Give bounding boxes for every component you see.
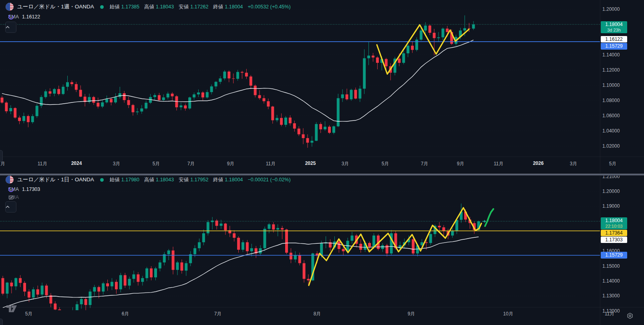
weekly-time-tick-label: 11月: [38, 160, 47, 167]
market-status-dot-icon[interactable]: [100, 178, 104, 182]
weekly-chart-canvas[interactable]: [0, 0, 600, 156]
sma-loading-icon: [8, 187, 14, 193]
weekly-price-tick-label: 1.08000: [602, 98, 620, 103]
weekly-price-tick-label: 1.14000: [602, 52, 620, 58]
daily-price-tick-label: 1.14000: [602, 278, 620, 284]
high-label: 高値: [144, 177, 154, 183]
daily-time-tick-label: 6月: [122, 311, 129, 317]
eurusd-flag-icon: [6, 176, 14, 184]
daily-time-tick-label: 10月: [503, 311, 513, 317]
low-value: 1.17262: [190, 4, 208, 10]
weekly-sma-price-tag: 1.16122: [601, 36, 627, 42]
daily-sma-value: 1.17303: [22, 187, 40, 192]
low-value: 1.17952: [190, 177, 208, 183]
daily-collapse-legend-button[interactable]: [5, 201, 16, 213]
sma-loading-icon: [8, 14, 14, 20]
weekly-price-tick-label: 1.06000: [602, 113, 620, 118]
weekly-bar-countdown: 3d 23h: [601, 28, 627, 33]
weekly-time-tick-label: 3月: [570, 160, 578, 167]
weekly-time-tick-label: 5月: [609, 160, 617, 167]
change-value: −0.00021 (−0.02%): [248, 177, 291, 183]
daily-last-price-tag: 1.18004 22:10:03: [601, 217, 627, 229]
zigzag-drawing[interactable]: [309, 208, 481, 285]
weekly-last-price: 1.18004: [601, 22, 627, 28]
daily-time-tick-label: 11月: [605, 311, 614, 317]
daily-hline-price-tag: 1.17364: [601, 230, 627, 236]
daily-price-tick-label: 1.19000: [602, 203, 620, 209]
price-axis-border: [600, 0, 600, 325]
candlestick-series: [2, 204, 480, 310]
daily-last-price: 1.18004: [601, 218, 627, 224]
market-status-dot-icon[interactable]: [100, 5, 104, 9]
open-value: 1.17385: [121, 4, 139, 10]
price-line-arrow-icon: [483, 220, 485, 223]
weekly-price-tick-label: 1.12000: [602, 67, 620, 73]
daily-time-tick-label: 5月: [25, 311, 33, 317]
drawing-toolbar-collapsed-tab[interactable]: [0, 150, 3, 162]
weekly-price-tick-label: 1.10000: [602, 82, 620, 88]
weekly-time-tick-label: 2025: [305, 160, 316, 166]
eye-slash-icon[interactable]: [8, 194, 15, 201]
drawing-toolbar-collapsed-tab[interactable]: [0, 319, 3, 325]
weekly-time-tick-label: 5月: [153, 160, 160, 167]
close-label: 終値: [213, 177, 223, 183]
close-value: 1.18004: [225, 177, 243, 183]
weekly-symbol-legend[interactable]: ユーロ／米ドル・1週・OANDA 始値 1.17385 高値 1.18043 安…: [6, 2, 294, 11]
weekly-time-tick-label: 2026: [533, 160, 544, 166]
daily-sma-price-tag: 1.17303: [601, 237, 627, 243]
close-value: 1.18004: [225, 4, 243, 10]
daily-time-axis-border: [0, 307, 644, 307]
weekly-time-tick-label: 11月: [494, 160, 503, 167]
weekly-last-price-tag: 1.18004 3d 23h: [601, 21, 627, 33]
chevron-up-icon: [6, 206, 10, 208]
open-label: 始値: [110, 4, 120, 10]
weekly-time-tick-label: 3月: [342, 160, 349, 167]
change-value: +0.00532 (+0.45%): [248, 4, 291, 10]
daily-sma-legend-row[interactable]: SMA 1.17303: [8, 186, 40, 193]
tradingview-logo[interactable]: [6, 303, 18, 313]
weekly-price-tick-label: 1.20000: [602, 6, 620, 12]
daily-ohlc-values: 始値 1.17980 高値 1.18043 安値 1.17952 終値 1.18…: [110, 177, 294, 183]
weekly-time-tick-label: 3月: [113, 160, 121, 167]
eurusd-flag-icon: [6, 3, 14, 11]
weekly-time-tick-label: 9月: [227, 160, 235, 167]
weekly-time-tick-label: 11月: [266, 160, 276, 167]
gear-icon[interactable]: [627, 313, 633, 319]
weekly-time-axis-border: [0, 156, 644, 157]
open-value: 1.17980: [121, 177, 139, 183]
candlestick-series: [1, 15, 475, 148]
weekly-sma-legend-row[interactable]: SMA 1.16122: [8, 13, 40, 20]
daily-price-tick-label: 1.20000: [602, 189, 620, 194]
chart-window: ユーロ／米ドル・1週・OANDA 始値 1.17385 高値 1.18043 安…: [0, 0, 644, 325]
weekly-time-tick-label: 7月: [187, 160, 195, 167]
weekly-price-tick-label: 1.02000: [602, 143, 620, 149]
high-value: 1.18043: [156, 177, 174, 183]
freehand-curve-drawing[interactable]: [485, 209, 493, 226]
high-value: 1.18043: [156, 4, 174, 10]
weekly-time-tick-label: 7月: [421, 160, 429, 167]
daily-price-tick-label: 1.15000: [602, 263, 620, 269]
daily-time-tick-label: 8月: [314, 311, 321, 317]
low-label: 安値: [179, 177, 189, 183]
chevron-up-icon: [6, 26, 10, 28]
open-label: 始値: [110, 177, 120, 183]
weekly-time-tick-label: 5月: [382, 160, 389, 167]
daily-time-tick-label: 7月: [214, 311, 222, 317]
daily-alert-level-tag: 1.15729: [601, 252, 627, 259]
weekly-symbol-title[interactable]: ユーロ／米ドル・1週・OANDA: [17, 3, 94, 10]
daily-time-tick-label: 9月: [408, 311, 415, 317]
weekly-time-tick-label: 9月: [457, 160, 465, 167]
sma-line[interactable]: [3, 237, 479, 308]
daily-symbol-title[interactable]: ユーロ／米ドル・1日・OANDA: [17, 176, 94, 183]
close-label: 終値: [213, 4, 223, 10]
high-label: 高値: [144, 4, 154, 10]
daily-symbol-legend[interactable]: ユーロ／米ドル・1日・OANDA 始値 1.17980 高値 1.18043 安…: [6, 175, 294, 184]
daily-chart-canvas[interactable]: [0, 174, 600, 310]
weekly-time-tick-label: 2024: [71, 160, 82, 166]
weekly-alert-level-tag: 1.15729: [601, 43, 627, 50]
weekly-price-tick-label: 1.04000: [602, 128, 620, 134]
low-label: 安値: [179, 4, 189, 10]
weekly-sma-value: 1.16122: [22, 14, 40, 20]
weekly-collapse-legend-button[interactable]: [5, 22, 16, 33]
daily-sma-hidden-legend-row[interactable]: SMA: [8, 194, 19, 201]
